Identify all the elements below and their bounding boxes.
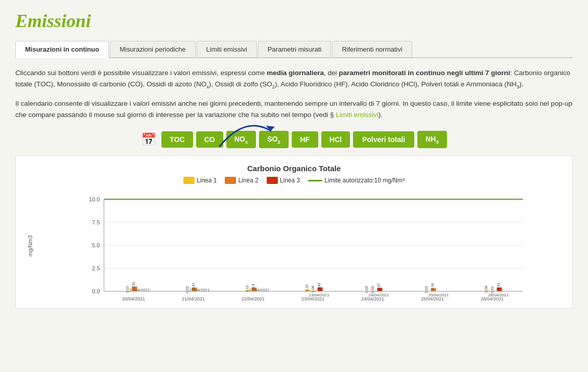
svg-text:0.41: 0.41 (497, 283, 500, 290)
svg-text:7.5: 7.5 (92, 219, 100, 225)
btn-nox[interactable]: NOx (226, 131, 256, 149)
description-p1: Cliccando sui bottoni verdi è possibile … (15, 67, 573, 90)
page-title: Emissioni (15, 10, 573, 32)
svg-text:20/04/2021: 20/04/2021 (122, 296, 145, 301)
legend-label-limit: Limite autorizzato:10 mg/Nm³ (324, 177, 405, 184)
btn-polveri[interactable]: Polveri totali (353, 131, 414, 148)
desc-text-5: ). (379, 111, 383, 119)
svg-text:21/04/2021: 21/04/2021 (182, 296, 205, 301)
desc-text-4: Il calendario consente di visualizzare i… (15, 100, 572, 119)
svg-text:0.34: 0.34 (431, 283, 434, 290)
svg-text:5.0: 5.0 (92, 242, 100, 248)
desc-bold-1: media giornaliera (267, 69, 324, 77)
legend-color-linea1 (183, 177, 195, 184)
svg-text:0.03: 0.03 (365, 286, 368, 293)
svg-text:21/04/2021: 21/04/2021 (189, 288, 210, 292)
svg-text:0.08: 0.08 (484, 286, 488, 293)
bar-group-4: 0.19 0.06 0.42 23/04/2021 (305, 283, 330, 297)
limiti-emissivi-link[interactable]: Limiti emissivi (336, 111, 378, 119)
calendar-icon[interactable]: 📅 (141, 132, 156, 147)
chart-title: Carbonio Organico Totale (21, 164, 567, 173)
desc-text-1: Cliccando sui bottoni verdi è possibile … (15, 69, 267, 77)
tab-parametri-misurati[interactable]: Parametri misurati (258, 41, 331, 57)
svg-text:0.06: 0.06 (311, 286, 315, 293)
page-container: Emissioni Misurazioni in continuo Misura… (0, 0, 588, 319)
legend-label-linea3: Linea 3 (280, 177, 300, 184)
bar-group-3: 0.12 0.4 22/04/2021 (245, 284, 270, 292)
svg-text:22/04/2021: 22/04/2021 (242, 296, 265, 301)
svg-text:20/04/2021: 20/04/2021 (129, 288, 150, 292)
buttons-row: 📅 TOC CO NOx SO2 HF HCl Polveri totali N… (15, 131, 573, 149)
svg-text:0.03: 0.03 (371, 286, 374, 293)
description-p2: Il calendario consente di visualizzare i… (15, 98, 573, 120)
chart-wrapper: mg/Nm3 10.0 7.5 5.0 (21, 189, 567, 303)
legend-color-limit (308, 180, 322, 181)
btn-nh3[interactable]: NH3 (417, 131, 447, 149)
svg-text:0.03: 0.03 (425, 286, 428, 293)
legend-label-linea1: Linea 1 (197, 177, 217, 184)
legend-linea3: Linea 3 (267, 177, 300, 184)
btn-hcl[interactable]: HCl (321, 131, 350, 148)
tab-misurazioni-continuo[interactable]: Misurazioni in continuo (15, 41, 109, 58)
svg-text:25/04/2021: 25/04/2021 (421, 296, 444, 301)
btn-so2[interactable]: SO2 (259, 131, 289, 149)
chart-legend: Linea 1 Linea 2 Linea 3 Limite autorizza… (21, 177, 567, 184)
svg-text:24/04/2021: 24/04/2021 (361, 296, 384, 301)
desc-bold-2: parametri monitorati in continuo negli u… (339, 69, 510, 77)
tab-limiti-emissivi[interactable]: Limiti emissivi (197, 41, 257, 57)
svg-text:0.0: 0.0 (92, 288, 100, 294)
svg-text:23/04/2021: 23/04/2021 (301, 296, 324, 301)
bar-group-2: 0.02 0.41 21/04/2021 (185, 283, 210, 293)
legend-limit: Limite autorizzato:10 mg/Nm³ (308, 177, 405, 184)
tab-misurazioni-periodiche[interactable]: Misurazioni periodiche (110, 41, 195, 57)
svg-marker-0 (266, 126, 275, 131)
desc-text-2: , dei (324, 69, 339, 77)
bar-group-5: 0.03 0.03 0.37 24/04/2021 (365, 283, 390, 297)
legend-linea1: Linea 1 (183, 177, 217, 184)
y-axis-label: mg/Nm3 (21, 189, 39, 303)
svg-text:2.5: 2.5 (92, 265, 100, 271)
btn-toc[interactable]: TOC (161, 131, 193, 148)
svg-text:0.19: 0.19 (305, 285, 309, 292)
svg-text:10.0: 10.0 (89, 196, 100, 202)
btn-hf[interactable]: HF (292, 131, 318, 148)
svg-text:0.37: 0.37 (377, 283, 381, 290)
legend-label-linea2: Linea 2 (238, 177, 258, 184)
legend-color-linea3 (267, 177, 278, 184)
svg-text:0.07: 0.07 (126, 286, 129, 293)
tabs-container: Misurazioni in continuo Misurazioni peri… (15, 41, 573, 58)
legend-color-linea2 (225, 177, 236, 184)
bar-group-6: 0.03 0.34 25/04/2021 (425, 283, 450, 297)
svg-text:22/04/2021: 22/04/2021 (249, 288, 270, 292)
btn-co[interactable]: CO (196, 131, 223, 148)
legend-linea2: Linea 2 (225, 177, 258, 184)
chart-section: Carbonio Organico Totale Linea 1 Linea 2… (15, 155, 573, 309)
svg-text:0.01: 0.01 (490, 286, 494, 293)
chart-svg-container: 10.0 7.5 5.0 2.5 0.0 0.07 (39, 189, 567, 303)
svg-text:0.42: 0.42 (317, 283, 321, 290)
svg-text:26/04/2021: 26/04/2021 (481, 296, 504, 301)
tab-riferimenti-normativi[interactable]: Riferimenti normativi (332, 41, 412, 57)
svg-text:0.02: 0.02 (185, 286, 189, 293)
bar-group-7: 0.08 0.01 0.41 26/04/2021 (484, 283, 509, 297)
chart-svg: 10.0 7.5 5.0 2.5 0.0 0.07 (39, 189, 567, 301)
